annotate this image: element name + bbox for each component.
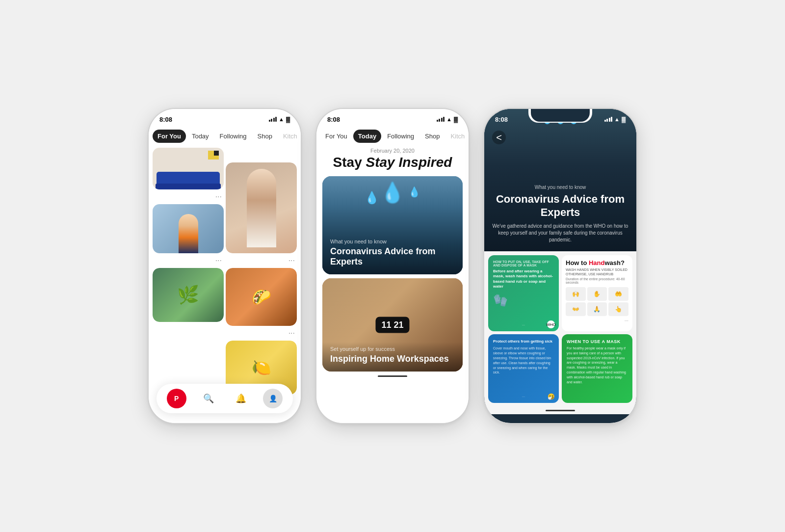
phone-detail: 8:08 ▲ ▓ < 💧💧💧: [484, 109, 636, 423]
hero-desc: We've gathered advice and guidance from …: [492, 223, 628, 243]
card-workspace-subtitle: Set yourself up for success: [330, 346, 455, 352]
scroll-indicator-2: [378, 375, 407, 377]
step-3: 🤲: [608, 287, 628, 301]
status-icons-1: ▲ ▓: [269, 116, 290, 122]
notch-3: [531, 109, 590, 122]
step-5: 🙏: [587, 302, 607, 316]
pin-fashion[interactable]: [226, 162, 297, 253]
search-btn-1[interactable]: 🔍: [199, 389, 218, 408]
info-card-protect[interactable]: Protect others from getting sick Cover m…: [488, 334, 559, 403]
handwash-steps: 🙌 ✋ 🤲 👐 🙏 👆: [566, 287, 628, 316]
scene: 8:08 ▲ ▓ For You Today Following Sh: [129, 89, 656, 443]
wifi-icon-2: ▲: [446, 116, 452, 122]
time-2: 8:08: [327, 116, 340, 123]
notifications-btn-1[interactable]: 🔔: [231, 389, 251, 408]
info-card-mask-use[interactable]: HOW TO PUT ON, USE, TAKE OFF AND DISPOSE…: [488, 255, 559, 331]
back-button[interactable]: <: [492, 131, 506, 144]
status-icons-3: ▲ ▓: [604, 116, 626, 122]
pin-woman[interactable]: [153, 204, 224, 253]
card-coronavirus-title: Coronavirus Advice from Experts: [330, 246, 455, 267]
tab-following-2[interactable]: Following: [382, 130, 419, 143]
tab-kitch-1[interactable]: Kitch: [278, 130, 301, 143]
tab-today-2[interactable]: Today: [353, 130, 381, 143]
step-1: 🙌: [566, 287, 586, 301]
signal-icon-1: [269, 117, 277, 122]
pin-sofa[interactable]: [153, 148, 224, 189]
pin-tacos[interactable]: 🌮: [226, 268, 297, 326]
card-workspace[interactable]: 11 21 Set yourself up for success Inspir…: [322, 278, 463, 372]
hero-coronavirus: 💧💧💧 What you need to know Coronavirus Ad…: [484, 109, 636, 251]
mask-card-label: HOW TO PUT ON, USE, TAKE OFF AND DISPOSE…: [493, 260, 554, 267]
nav-tabs-1: For You Today Following Shop Kitch: [149, 127, 301, 146]
notch-2: [363, 109, 422, 122]
card-coronavirus-overlay: What you need to know Coronavirus Advice…: [322, 232, 463, 274]
protect-body: Cover mouth and nose with tissue, sleeve…: [493, 346, 554, 375]
handwash-duration: Duration of the entire procedure: 40-60 …: [566, 277, 628, 284]
hero-content: What you need to know Coronavirus Advice…: [484, 177, 636, 251]
signal-icon-2: [437, 117, 445, 122]
tab-for-you-2[interactable]: For You: [320, 130, 352, 143]
time-3: 8:08: [495, 116, 508, 123]
info-card-mask-when[interactable]: WHEN TO USE A MASK For healthy people we…: [562, 334, 632, 403]
masonry-feed: ··· ··· 🌿: [149, 146, 301, 397]
pin-dots-1[interactable]: ···: [153, 191, 224, 202]
card-workspace-title: Inspiring Home Workspaces: [330, 354, 455, 365]
pin-plant[interactable]: 🌿: [153, 268, 224, 322]
battery-icon-2: ▓: [454, 116, 458, 122]
tab-kitch-2[interactable]: Kitch: [445, 130, 469, 143]
phone2-main: February 20, 2020 Stay Stay Inspired 💧 💧…: [316, 148, 469, 377]
mask-when-body: For healthy people wear a mask only if y…: [567, 346, 628, 384]
protect-title: Protect others from getting sick: [493, 339, 554, 344]
mask-when-title: WHEN TO USE A MASK: [567, 339, 628, 344]
stay-inspired-headline: Stay Stay Inspired: [322, 155, 463, 170]
card-workspace-overlay: Set yourself up for success Inspiring Ho…: [322, 339, 463, 372]
hero-subtitle: What you need to know: [492, 185, 628, 190]
tab-for-you-1[interactable]: For You: [153, 130, 186, 143]
phone-today: 8:08 ▲ ▓ For You Today Following Shop: [316, 109, 469, 423]
tab-following-1[interactable]: Following: [215, 130, 252, 143]
home-bar-3: [546, 410, 575, 411]
hero-title: Coronavirus Advice from Experts: [492, 193, 628, 219]
battery-icon-1: ▓: [286, 116, 290, 122]
pin-dots-3[interactable]: ···: [226, 255, 297, 266]
home-indicator-3: [484, 407, 636, 414]
wifi-icon-1: ▲: [279, 116, 284, 122]
card-coronavirus[interactable]: 💧 💧 💧 What you need to know Coronavirus …: [322, 176, 463, 274]
notch-1: [195, 109, 254, 122]
date-label: February 20, 2020: [322, 148, 463, 154]
info-cards-grid: HOW TO PUT ON, USE, TAKE OFF AND DISPOSE…: [484, 251, 636, 407]
tab-shop-2[interactable]: Shop: [420, 130, 445, 143]
nav-tabs-2: For You Today Following Shop Kitch: [316, 127, 469, 146]
tab-today-1[interactable]: Today: [187, 130, 214, 143]
step-4: 👐: [566, 302, 586, 316]
battery-icon-3: ▓: [622, 116, 626, 122]
bottom-nav-1: P 🔍 🔔 👤: [157, 384, 293, 413]
pinterest-home-btn[interactable]: P: [167, 389, 186, 408]
info-card-handwash[interactable]: How to Handwash? WASH HANDS WHEN VISIBLY…: [562, 255, 632, 331]
handwash-subtitle: WASH HANDS WHEN VISIBLY SOILED OTHERWISE…: [566, 267, 628, 276]
phone-for-you: 8:08 ▲ ▓ For You Today Following Sh: [149, 109, 301, 423]
tab-shop-1[interactable]: Shop: [253, 130, 277, 143]
step-2: ✋: [587, 287, 607, 301]
card-coronavirus-subtitle: What you need to know: [330, 239, 455, 244]
pin-dots-2[interactable]: ···: [153, 255, 224, 266]
status-icons-2: ▲ ▓: [437, 116, 458, 122]
mask-card-title: Before and after wearing a mask, wash ha…: [493, 269, 554, 290]
signal-icon-3: [604, 117, 613, 122]
pin-dots-4[interactable]: ···: [226, 328, 297, 339]
clock-display: 11 21: [375, 317, 409, 333]
wifi-icon-3: ▲: [614, 116, 620, 122]
step-6: 👆: [608, 302, 628, 316]
time-1: 8:08: [159, 116, 172, 123]
profile-btn-1[interactable]: 👤: [263, 389, 283, 408]
